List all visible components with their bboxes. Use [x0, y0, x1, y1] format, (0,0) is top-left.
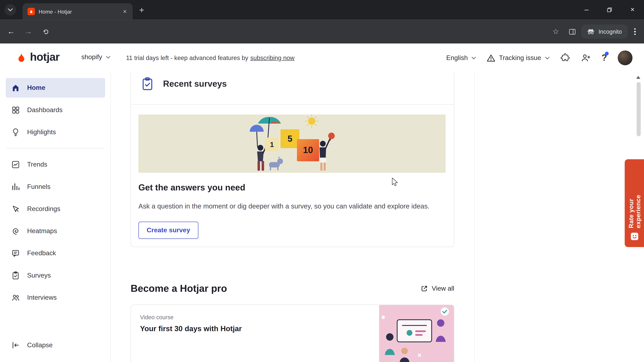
figure-head-shape [437, 319, 444, 327]
sun-shape [305, 114, 318, 128]
recent-surveys-card: Recent surveys [131, 72, 454, 247]
forward-button[interactable]: → [21, 24, 36, 39]
browser-menu-button[interactable] [629, 28, 641, 35]
score-number-1: 1 [270, 141, 274, 148]
incognito-icon [587, 29, 595, 34]
invite-user-button[interactable] [580, 53, 591, 63]
window-minimize-button[interactable] [575, 0, 598, 20]
dashboards-icon [11, 105, 20, 114]
course-title: Your first 30 days with Hotjar [140, 325, 242, 333]
sidebar-collapse-button[interactable]: Collapse [6, 335, 105, 355]
small-umbrella-shape [250, 125, 264, 147]
sidebar-item-label: Interviews [27, 294, 57, 301]
language-value: English [446, 54, 468, 61]
trial-text: 11 trial days left - keep advanced featu… [126, 54, 248, 61]
funnels-icon [11, 182, 20, 191]
tab-search-button[interactable] [4, 4, 16, 15]
tab-title: Home - Hotjar [38, 8, 121, 14]
new-tab-button[interactable]: + [137, 6, 146, 15]
surveys-card-icon [140, 76, 155, 91]
sidebar-item-heatmaps[interactable]: Heatmaps [6, 221, 105, 241]
hotjar-favicon-icon [28, 8, 35, 15]
sidebar-item-feedback[interactable]: Feedback [6, 243, 105, 263]
dog-shape [269, 156, 283, 170]
rate-experience-label: Rate your experience [628, 167, 641, 228]
bookmark-star-icon[interactable]: ☆ [548, 24, 563, 39]
pro-section-header: Become a Hotjar pro View all [131, 280, 454, 298]
empty-state-heading: Get the answers you need [138, 183, 245, 193]
trends-icon [11, 160, 20, 169]
lightbulb-icon [11, 128, 20, 137]
sidebar-item-dashboards[interactable]: Dashboards [6, 100, 105, 120]
notification-dot [605, 52, 608, 55]
reload-icon [42, 28, 49, 35]
view-all-label: View all [432, 285, 454, 292]
hotjar-flame-icon [16, 51, 27, 63]
card-divider [131, 104, 454, 105]
sidebar-item-home[interactable]: Home [6, 78, 105, 98]
sidebar-item-surveys[interactable]: Surveys [6, 266, 105, 285]
create-survey-button[interactable]: Create survey [138, 222, 198, 239]
scrollbar-up-arrow[interactable] [635, 74, 642, 80]
sidebar-divider [6, 148, 105, 148]
chevron-down-icon [472, 56, 476, 59]
integrations-button[interactable] [560, 53, 570, 63]
browser-toolbar: ← → insights.hotjar.com/sites/3814994/ov… [0, 20, 644, 43]
help-button[interactable]: ? [602, 52, 607, 63]
pro-course-card[interactable]: Video course Your first 30 days with Hot… [131, 305, 454, 362]
user-avatar[interactable] [618, 50, 632, 65]
window-close-button[interactable]: × [621, 0, 644, 20]
scrollbar-thumb[interactable] [636, 82, 641, 136]
header-actions: English Tracking issue ? [446, 43, 632, 72]
home-icon [11, 83, 20, 92]
browser-tab[interactable]: Home - Hotjar × [23, 3, 133, 20]
external-link-icon [420, 285, 428, 292]
sidebar-item-label: Home [27, 84, 46, 91]
site-selector[interactable]: shopify [81, 53, 110, 61]
sidebar-item-label: Recordings [27, 205, 60, 213]
warning-icon [487, 54, 495, 62]
browser-tabstrip: Home - Hotjar × + × [0, 0, 644, 20]
content-right-divider [474, 72, 475, 362]
language-selector[interactable]: English [446, 54, 476, 61]
window-restore-button[interactable] [598, 0, 621, 20]
interviews-icon [11, 293, 20, 302]
sidebar-item-label: Surveys [27, 272, 51, 279]
sidebar-item-label: Heatmaps [27, 227, 57, 235]
sidebar-item-highlights[interactable]: Highlights [6, 122, 105, 142]
window-controls: × [575, 0, 644, 20]
chevron-down-icon [8, 8, 13, 11]
pro-section-title: Become a Hotjar pro [131, 283, 227, 294]
course-illustration [379, 305, 454, 362]
hotjar-logo[interactable]: hotjar [16, 51, 60, 64]
subscribe-now-link[interactable]: subscribing now [250, 54, 294, 61]
surveys-illustration: 1 5 10 [138, 114, 446, 173]
feedback-icon [11, 249, 20, 258]
tab-close-button[interactable]: × [121, 8, 128, 15]
view-all-link[interactable]: View all [420, 285, 454, 292]
rate-experience-tab[interactable]: Rate your experience [625, 159, 644, 247]
sidebar-item-label: Trends [27, 161, 47, 168]
chevron-down-icon [545, 56, 550, 59]
back-button[interactable]: ← [4, 24, 18, 39]
heatmaps-icon [11, 227, 20, 236]
puzzle-icon [560, 53, 570, 63]
sidebar-item-label: Dashboards [27, 106, 62, 114]
score-number-5: 5 [288, 134, 292, 143]
reload-button[interactable] [38, 24, 53, 39]
incognito-label: Incognito [598, 28, 622, 35]
sidebar-item-funnels[interactable]: Funnels [6, 177, 105, 197]
side-panel-icon[interactable] [565, 24, 580, 39]
sidebar-item-trends[interactable]: Trends [6, 155, 105, 174]
card-title: Recent surveys [163, 79, 227, 89]
main-content: Recent surveys [111, 72, 644, 362]
recordings-icon [11, 204, 20, 214]
monitor-shape [397, 320, 432, 342]
feedback-smiley-icon [630, 232, 638, 242]
sidebar-item-interviews[interactable]: Interviews [6, 288, 105, 308]
sidebar-item-recordings[interactable]: Recordings [6, 199, 105, 219]
app-header: hotjar shopify 11 trial days left - keep… [0, 43, 644, 72]
screen: Home - Hotjar × + × ← → insights.hotjar.… [0, 0, 644, 362]
sidebar-item-label: Feedback [27, 250, 56, 257]
tracking-issue-dropdown[interactable]: Tracking issue [487, 54, 550, 62]
